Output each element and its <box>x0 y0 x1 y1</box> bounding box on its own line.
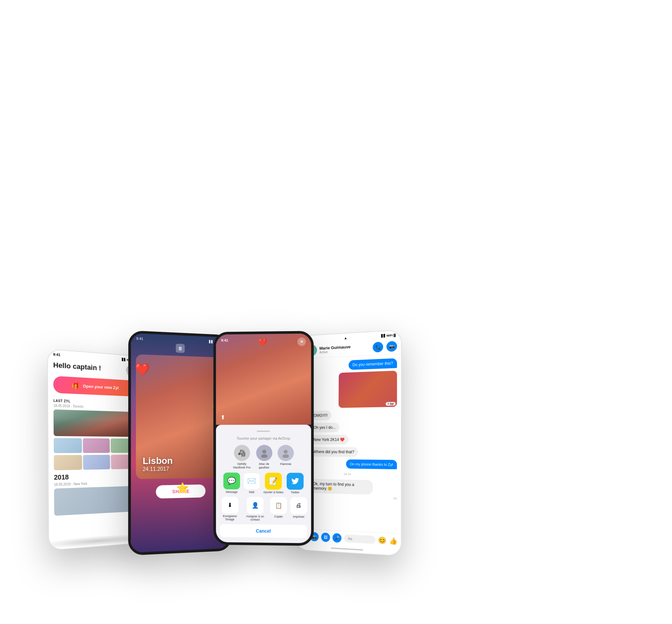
phone3-twitter-icon <box>287 473 303 490</box>
star-sticker: ⭐ <box>176 482 189 494</box>
phone3-photo: 9:41 ❤️ ✕ ⬆ <box>216 333 311 425</box>
svg-point-4 <box>284 450 288 453</box>
phone3-copy-icon: 📋 <box>270 497 287 514</box>
app-scene: 9:41 ▋▋ WiFi ▓ Hello captain ! 🎁 Open yo… <box>28 53 644 571</box>
notes-icon: 📝 <box>269 477 277 485</box>
phone2-city: Lisbon <box>142 456 172 466</box>
phone3-cancel-button[interactable]: Cancel <box>220 524 307 538</box>
phone4-send-button[interactable]: 👍 <box>389 537 397 545</box>
phone4-action-icons: 📞 📷 <box>372 341 397 353</box>
phone3-mail-icon: ✉️ <box>243 472 260 489</box>
phone3-notes-icon: 📝 <box>265 473 281 490</box>
phone4-call-button[interactable]: 📞 <box>372 342 383 353</box>
mail-icon: ✉️ <box>247 476 256 485</box>
phone3-action-2[interactable]: 👤 Assigner à un contact <box>243 497 267 521</box>
phone3-app-label-1: Message <box>226 490 237 493</box>
phone3-action-4[interactable]: 🖨 Imprimer <box>290 497 307 522</box>
zyl-badge-label: Zyl <box>389 402 394 405</box>
phone3-top-icons: 9:41 ❤️ ✕ <box>216 337 311 347</box>
phone2-photo-text: Lisbon 24.11.2017 <box>136 449 179 479</box>
svg-point-3 <box>261 454 267 458</box>
twitter-bird-icon <box>291 476 300 486</box>
phone3-print-icon: 🖨 <box>290 497 307 514</box>
phone2-date: 24.11.2017 <box>142 466 172 472</box>
home-indicator-bar <box>331 548 363 551</box>
phone3-heart-icon: ❤️ <box>258 338 267 346</box>
phone4-signals: ▋▋ WiFi ▓ <box>381 333 396 338</box>
phone3-contact-name-2: iMac de gauthier <box>255 462 273 469</box>
phone2-time: 9:41 <box>136 337 143 341</box>
phone3-contact-1[interactable]: 🦓 Ophély MacBook Pro <box>233 445 251 469</box>
phone3-contact-name-1: Ophély MacBook Pro <box>233 462 251 469</box>
phone3-contact-3[interactable]: Flammie <box>277 445 294 469</box>
phone4-location-icon: ▲ <box>344 336 347 340</box>
phone1-2018-photo <box>54 486 137 516</box>
phone-3: 9:41 ❤️ ✕ ⬆ Toucher pour partager via Ai… <box>213 331 314 546</box>
phone3-avatar-1: 🦓 <box>234 445 250 461</box>
phone1-cta-button[interactable]: 🎁 Open your new Zyl <box>53 376 135 396</box>
phone4-msg-in-row-2: Oh yes I do... <box>300 422 397 433</box>
phone1-title: Hello captain ! <box>53 361 135 374</box>
phone3-close-button[interactable]: ✕ <box>297 338 306 346</box>
phone4-msg-in-5: Ok, my turn to find you a memory 🙂 <box>309 479 373 495</box>
phone3-action-label-2: Assigner à un contact <box>243 515 267 521</box>
phone1-small-photo-4 <box>54 455 82 470</box>
phone4-msg-in-row-4: Where did you find that? <box>300 447 397 458</box>
zyl-logo-icon: ≡ <box>387 402 389 405</box>
phone1-small-grid1 <box>53 438 136 453</box>
phone3-contacts-row: 🦓 Ophély MacBook Pro iMac de gauthier <box>220 445 307 469</box>
phone3-contact-name-3: Flammie <box>280 462 291 466</box>
phone4-msg-out-2: On my phone thanks to Zyl <box>346 460 397 469</box>
phone1-small-photo-2 <box>83 438 110 453</box>
phone4-msg-in-3: New York 2K14 ❤️ <box>310 435 348 444</box>
phone3-photo-content <box>216 333 311 425</box>
phone3-action-label-1: Enregistrer l'image <box>220 514 240 521</box>
trash-icon: 🗑 <box>178 346 182 351</box>
phone4-msg-in-row-1: OMG!!!!! <box>300 410 397 420</box>
phone3-action-label-3: Copier <box>274 515 283 518</box>
svg-point-2 <box>262 450 266 453</box>
phone3-app-2[interactable]: ✉️ Mail <box>243 472 260 493</box>
phone4-msg-in-row-3: New York 2K14 ❤️ <box>300 435 397 444</box>
svg-point-5 <box>283 454 289 458</box>
phone3-contact-icon: 👤 <box>246 497 263 514</box>
phone3-time: 9:41 <box>221 338 228 347</box>
phone3-app-label-3: Ajouter à Notes <box>263 491 283 494</box>
phone3-app-4[interactable]: Twitter <box>287 473 303 494</box>
phone3-message-icon: 💬 <box>223 472 240 489</box>
phone3-save-icon: ⬇ <box>221 497 238 514</box>
phone4-photo-button[interactable]: 🖼 <box>321 532 330 542</box>
phone3-action-3[interactable]: 📋 Copier <box>270 497 287 522</box>
phone4-msg-in-4: Where did you find that? <box>309 447 358 457</box>
phone4-video-button[interactable]: 📷 <box>386 341 397 352</box>
phone3-app-1[interactable]: 💬 Message <box>223 472 240 493</box>
phone3-action-1[interactable]: ⬇ Enregistrer l'image <box>220 497 240 521</box>
phone3-app-3[interactable]: 📝 Ajouter à Notes <box>263 473 283 494</box>
phone3-action-label-4: Imprimer <box>293 515 304 518</box>
phone3-handle <box>257 431 270 432</box>
phone1-cta-label: Open your new Zyl <box>83 384 119 390</box>
phone4-emoji-button[interactable]: 😊 <box>378 536 386 544</box>
phone4-message-input[interactable]: Aa <box>344 534 375 544</box>
phone3-inner: 9:41 ❤️ ✕ ⬆ Toucher pour partager via Ai… <box>216 333 311 543</box>
phone4-zyl-badge: ≡ Zyl <box>385 402 396 406</box>
phone2-delete-button[interactable]: 🗑 <box>176 344 185 353</box>
message-bubble-icon: 💬 <box>227 476 236 485</box>
phone4-time-label: 16:14 <box>300 472 397 476</box>
gift-icon: 🎁 <box>72 381 80 389</box>
phone3-apps-row1: 💬 Message ✉️ Mail 📝 Ajout <box>220 472 307 494</box>
phone4-msg-in-row-5: Ok, my turn to find you a memory 🙂 <box>300 478 397 495</box>
phone1-time: 9:41 <box>53 353 60 357</box>
phone4-mic-button[interactable]: 🎤 <box>332 533 341 543</box>
phone1-main-photo <box>53 410 136 437</box>
phone4-photo-message: ≡ Zyl <box>339 371 397 408</box>
phone3-share-panel: Toucher pour partager via AirDrop 🦓 Ophé… <box>216 425 311 543</box>
phone3-actions-row: ⬇ Enregistrer l'image 👤 Assigner à un co… <box>220 497 307 522</box>
phone3-airdrop-label: Toucher pour partager via AirDrop <box>220 435 307 442</box>
heart-sticker: ❤️ <box>135 362 150 376</box>
phone4-msg-in-2: Oh yes I do... <box>310 422 340 432</box>
phone3-app-label-2: Mail <box>249 490 254 493</box>
phone1-small-grid2 <box>54 454 137 470</box>
phone3-contact-2[interactable]: iMac de gauthier <box>255 445 273 469</box>
share-icon: ⬆ <box>220 414 225 421</box>
